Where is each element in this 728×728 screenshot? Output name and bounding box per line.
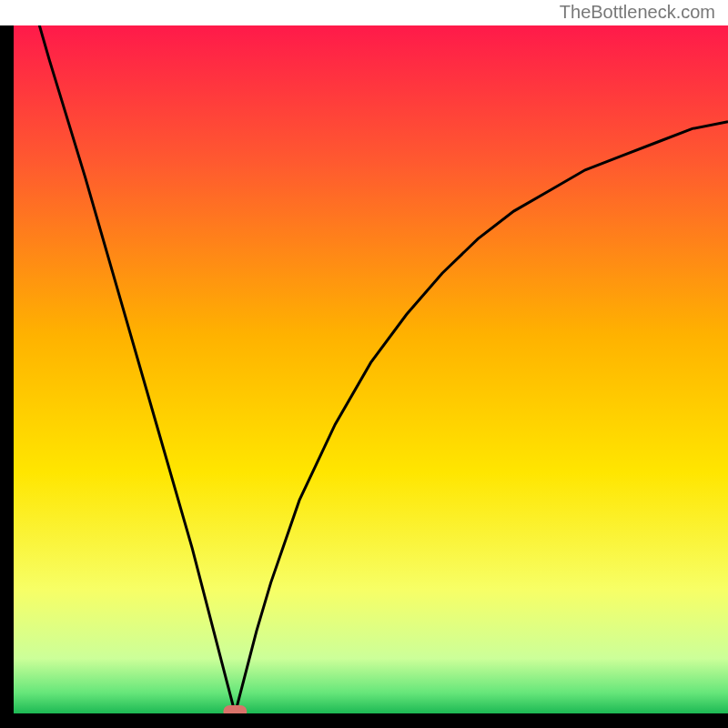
gradient-background — [14, 25, 728, 713]
axis-bottom — [0, 713, 728, 728]
watermark-label: TheBottleneck.com — [560, 2, 715, 23]
axis-left — [0, 25, 14, 728]
chart-canvas — [0, 0, 728, 728]
bottleneck-chart: TheBottleneck.com — [0, 0, 728, 728]
